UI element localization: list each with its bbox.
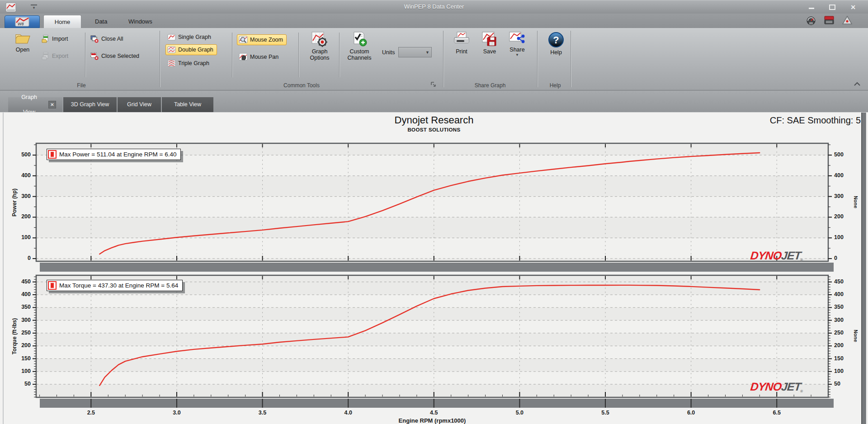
gauge-icon[interactable] — [806, 15, 816, 26]
file-group-label: File — [5, 82, 158, 89]
close-selected-button[interactable]: Close Selected — [90, 51, 139, 61]
collapse-ribbon-chevron-icon[interactable] — [854, 81, 861, 87]
window-edge-left — [3, 113, 4, 424]
export-label: Export — [52, 53, 68, 59]
units-dropdown-arrow-icon: ▼ — [423, 50, 431, 55]
x-axis-title: Engine RPM (rpmx1000) — [0, 417, 864, 424]
y-axis-tick-label: 300 — [11, 193, 31, 199]
help-button[interactable]: ? Help — [544, 32, 568, 56]
tab-table-view[interactable]: Table View — [162, 97, 213, 112]
close-all-icon — [90, 35, 99, 43]
custom-channels-icon — [351, 32, 368, 47]
tab-grid-view[interactable]: Grid View — [118, 97, 161, 112]
tab-windows[interactable]: Windows — [120, 15, 160, 28]
double-graph-label: Double Graph — [178, 47, 213, 53]
close-selected-label: Close Selected — [101, 53, 139, 59]
svg-text:?: ? — [553, 34, 559, 46]
help-group-label: Help — [539, 82, 571, 89]
single-graph-button[interactable]: Single Graph — [167, 32, 211, 42]
y-axis-tick-label: 350 — [11, 304, 31, 310]
graph-title: Dynojet Research — [0, 114, 868, 126]
y-axis-tick-label: 400 — [11, 172, 31, 179]
title-bar: ▾ WinPEP 8 Data Center ✕ — [0, 0, 868, 14]
dynojet-logo: DYNOJET® — [750, 380, 803, 393]
ribbon-group-separator — [160, 31, 160, 87]
graph-options-button[interactable]: Graph Options — [306, 32, 334, 61]
units-dropdown[interactable]: ▼ — [398, 47, 432, 57]
open-label: Open — [16, 47, 30, 53]
ribbon-separator — [339, 33, 340, 77]
close-tab-icon[interactable]: ✕ — [48, 101, 56, 108]
y-axis-tick-label-right: 200 — [834, 213, 854, 220]
x-axis-tick-label: 5.5 — [596, 410, 614, 416]
single-graph-label: Single Graph — [178, 34, 211, 40]
ribbon: Open Import Export — [0, 28, 868, 90]
help-icon: ? — [548, 32, 564, 48]
custom-channels-button[interactable]: Custom Channels — [344, 32, 374, 61]
application-menu-button[interactable]: W8 — [5, 15, 40, 28]
save-button[interactable]: Save — [478, 32, 501, 55]
tab-3d-graph-view[interactable]: 3D Graph View — [63, 97, 117, 112]
y-axis-tick-label-right: 250 — [834, 330, 854, 336]
graph-options-label-2: Options — [310, 55, 329, 61]
torque-legend[interactable]: Max Torque = 437.30 at Engine RPM = 5.64 — [47, 280, 183, 291]
tab-data[interactable]: Data — [87, 15, 115, 28]
units-field: Units ▼ — [382, 47, 432, 57]
export-csv-icon — [42, 52, 50, 60]
y-axis-tick-label-right: 450 — [834, 278, 854, 285]
y-axis-tick-label: 150 — [11, 355, 31, 362]
vertical-scrollbar[interactable] — [861, 113, 866, 424]
y-axis-tick-label: 0 — [11, 255, 31, 261]
share-button[interactable]: Share ▼ — [505, 32, 529, 56]
triple-graph-button[interactable]: Triple Graph — [167, 58, 209, 69]
svg-text:W8: W8 — [18, 22, 24, 26]
minimize-button[interactable] — [805, 3, 818, 12]
y-axis-tick-label: 400 — [11, 291, 31, 297]
share-label: Share — [509, 47, 524, 53]
share-icon — [509, 32, 525, 45]
export-button[interactable]: Export — [42, 51, 68, 61]
x-axis-tick-label: 3.0 — [168, 410, 186, 416]
mouse-pan-button[interactable]: Mouse Pan — [239, 52, 278, 62]
import-button[interactable]: Import — [42, 33, 68, 44]
double-graph-icon — [167, 46, 176, 53]
tab-home[interactable]: Home — [43, 15, 81, 28]
tab-graph-view[interactable]: Graph View ✕ — [8, 97, 62, 112]
print-icon — [453, 32, 470, 47]
maximize-button[interactable] — [826, 3, 839, 12]
close-all-button[interactable]: Close All — [90, 33, 123, 44]
torque-legend-text: Max Torque = 437.30 at Engine RPM = 5.64 — [59, 282, 178, 289]
y-axis-tick-label-right: 350 — [834, 304, 854, 310]
ribbon-group-separator — [443, 31, 443, 87]
mouse-pan-icon — [239, 53, 248, 61]
y-axis-tick-label: 500 — [11, 151, 31, 158]
correction-factor-text: CF: SAE Smoothing: 5 — [770, 115, 861, 126]
mouse-zoom-button[interactable]: Mouse Zoom — [237, 34, 287, 45]
double-graph-button[interactable]: Double Graph — [165, 44, 217, 55]
dyno-device-icon[interactable] — [824, 15, 835, 26]
print-button[interactable]: Print — [450, 32, 473, 55]
ribbon-separator — [232, 33, 232, 77]
power-legend[interactable]: Max Power = 511.04 at Engine RPM = 6.40 — [47, 149, 181, 160]
import-csv-icon — [42, 35, 50, 43]
y-axis-tick-label-right: 100 — [834, 368, 854, 374]
power-legend-text: Max Power = 511.04 at Engine RPM = 6.40 — [59, 151, 176, 158]
save-label: Save — [483, 48, 496, 55]
y-axis-tick-label: 100 — [11, 368, 31, 374]
graph-subtitle: BOOST SOLUTIONS — [0, 127, 868, 132]
warning-triangle-icon[interactable] — [842, 15, 853, 26]
winpep-logo-icon: W8 — [14, 17, 30, 27]
common-tools-group-label: Common Tools — [161, 82, 442, 89]
mouse-zoom-label: Mouse Zoom — [250, 37, 283, 43]
y-axis-tick-label: 200 — [11, 213, 31, 220]
share-dropdown-arrow-icon: ▼ — [515, 54, 519, 56]
x-axis-tick-label: 5.0 — [510, 410, 528, 416]
dynojet-logo: DYNOJET® — [750, 249, 803, 262]
mouse-pan-label: Mouse Pan — [250, 54, 278, 60]
open-button[interactable]: Open — [9, 32, 36, 53]
close-button[interactable]: ✕ — [846, 3, 860, 12]
torque-chart-canvas[interactable] — [32, 275, 837, 410]
save-icon — [481, 32, 498, 47]
power-chart-canvas[interactable] — [32, 143, 837, 274]
y-axis-tick-label-right: 150 — [834, 355, 854, 362]
